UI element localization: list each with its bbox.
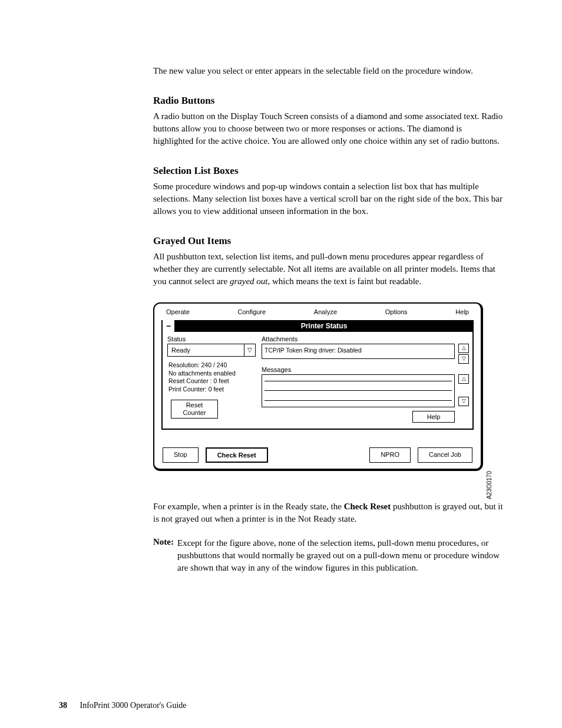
- menu-operate[interactable]: Operate: [163, 307, 193, 317]
- system-menu-icon[interactable]: −: [163, 320, 176, 332]
- menubar: Operate Configure Analyze Options Help: [154, 304, 481, 320]
- info-print-counter: Print Counter: 0 feet: [168, 386, 256, 394]
- scroll-up-icon[interactable]: △: [458, 374, 469, 384]
- messages-label: Messages: [262, 366, 468, 373]
- paragraph-listbox: Some procedure windows and pop-up window…: [153, 180, 503, 218]
- heading-grayed-out-items: Grayed Out Items: [153, 235, 503, 247]
- scroll-down-icon[interactable]: ▽: [458, 397, 469, 406]
- help-button[interactable]: Help: [412, 411, 455, 423]
- page-number: 38: [59, 701, 67, 710]
- attachments-scrollbar: △ ▽: [458, 344, 468, 364]
- status-info: Resolution: 240 / 240 No attachments ena…: [168, 361, 256, 394]
- menu-configure[interactable]: Configure: [234, 307, 269, 317]
- stop-button[interactable]: Stop: [163, 447, 199, 463]
- scroll-down-icon[interactable]: ▽: [458, 354, 469, 364]
- npro-button[interactable]: NPRO: [369, 447, 411, 463]
- menu-analyze[interactable]: Analyze: [310, 307, 340, 317]
- messages-scrollbar: △ ▽: [458, 374, 468, 406]
- bottom-button-bar: Stop Check Reset NPRO Cancel Job: [154, 434, 481, 469]
- figure-id: A23O0170: [486, 471, 492, 499]
- footer-title: InfoPrint 3000 Operator's Guide: [80, 701, 187, 710]
- text-emphasis: grayed out: [230, 276, 268, 286]
- paragraph-grayed: All pushbutton text, selection list item…: [153, 251, 503, 288]
- attachments-listbox[interactable]: TCP/IP Token Ring driver: Disabled: [262, 344, 455, 359]
- note-block: Note: Except for the figure above, none …: [153, 537, 503, 574]
- reset-counter-button[interactable]: Reset Counter: [171, 400, 218, 419]
- attachments-label: Attachments: [262, 335, 468, 342]
- text-run: For example, when a printer is in the Re…: [153, 502, 344, 511]
- messages-listbox[interactable]: [262, 374, 455, 407]
- titlebar: − Printer Status: [163, 320, 472, 332]
- note-label: Note:: [153, 537, 174, 547]
- cancel-job-button[interactable]: Cancel Job: [418, 447, 472, 463]
- info-reset-counter: Reset Counter : 0 feet: [168, 377, 256, 386]
- heading-selection-list-boxes: Selection List Boxes: [153, 165, 503, 177]
- text-run: , which means the text is faint but read…: [268, 276, 422, 286]
- status-label: Status: [167, 335, 256, 342]
- text-strong: Check Reset: [344, 502, 391, 511]
- status-dropdown[interactable]: Ready ▽: [167, 344, 256, 357]
- heading-radio-buttons: Radio Buttons: [153, 95, 503, 107]
- button-label-line2: Counter: [183, 409, 206, 416]
- menu-options[interactable]: Options: [382, 307, 411, 317]
- page-footer: 38 InfoPrint 3000 Operator's Guide: [59, 701, 187, 710]
- paragraph-radio: A radio button on the Display Touch Scre…: [153, 110, 503, 147]
- scroll-up-icon[interactable]: △: [458, 344, 469, 353]
- paragraph-intro: The new value you select or enter appear…: [153, 65, 503, 77]
- menu-help[interactable]: Help: [452, 307, 472, 317]
- paragraph-example: For example, when a printer is in the Re…: [153, 500, 503, 525]
- check-reset-button[interactable]: Check Reset: [206, 447, 268, 463]
- status-value: Ready: [168, 344, 244, 356]
- button-label-line1: Reset: [186, 401, 203, 409]
- info-resolution: Resolution: 240 / 240: [168, 361, 256, 370]
- note-text: Except for the figure above, none of the…: [177, 537, 503, 574]
- printer-status-figure: Operate Configure Analyze Options Help −…: [153, 302, 483, 471]
- window-title: Printer Status: [176, 320, 472, 332]
- info-attachments: No attachments enabled: [168, 370, 256, 378]
- chevron-down-icon[interactable]: ▽: [244, 344, 255, 356]
